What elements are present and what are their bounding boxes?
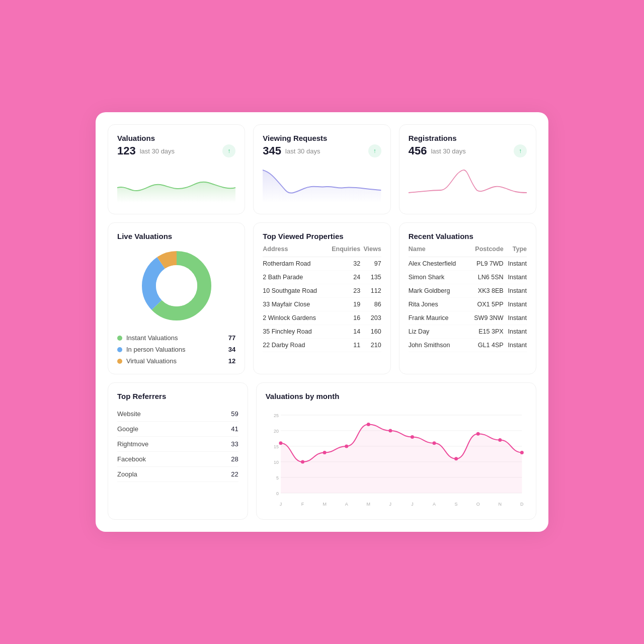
registrations-chart (409, 163, 527, 203)
svg-text:J: J (279, 502, 281, 507)
svg-text:M: M (323, 502, 326, 507)
monthly-chart: 0510152025JFMAMJJASOND (266, 408, 527, 508)
viewing-label: last 30 days (285, 147, 320, 155)
stats-row: Valuations 123 last 30 days ↑ Viewing Re… (108, 124, 536, 214)
valuations-value: 123 (117, 144, 136, 157)
svg-point-29 (301, 460, 304, 464)
inperson-count: 34 (228, 346, 235, 353)
table-row: 2 Winlock Gardens16203 (263, 311, 381, 325)
monthly-title: Valuations by month (266, 392, 527, 400)
legend-instant: Instant Valuations 77 (117, 334, 235, 342)
svg-text:D: D (520, 502, 524, 507)
list-item: Zoopla22 (117, 467, 238, 482)
list-item: Rightmove33 (117, 437, 238, 452)
list-item: Website59 (117, 407, 238, 422)
svg-text:0: 0 (276, 491, 279, 496)
table-row: Liz DayE15 3PXInstant (409, 325, 527, 339)
recent-valuations-title: Recent Valuations (409, 232, 527, 240)
instant-count: 77 (228, 334, 235, 342)
registrations-trend-icon: ↑ (514, 144, 527, 157)
referrer-count: 22 (231, 470, 238, 478)
monthly-chart-card: Valuations by month 0510152025JFMAMJJASO… (256, 382, 536, 520)
registrations-card: Registrations 456 last 30 days ↑ (399, 124, 536, 214)
viewing-card: Viewing Requests 345 last 30 days ↑ (253, 124, 390, 214)
referrers-list: Website59Google41Rightmove33Facebook28Zo… (117, 407, 238, 482)
recent-valuations-table: Name Postcode Type Alex ChesterfieldPL9 … (409, 246, 527, 352)
col-postcode: Postcode (467, 246, 503, 257)
svg-text:5: 5 (276, 475, 279, 480)
mid-row: Live Valuations Instant Valuations (108, 222, 536, 374)
referrer-label: Zoopla (117, 470, 137, 478)
svg-text:10: 10 (274, 460, 279, 465)
virtual-label: Virtual Valuations (126, 357, 177, 365)
table-row: 2 Bath Parade24135 (263, 271, 381, 284)
svg-point-30 (323, 451, 326, 454)
svg-point-38 (498, 438, 502, 442)
dashboard: Valuations 123 last 30 days ↑ Viewing Re… (96, 112, 548, 532)
table-row: Mark GoldbergXK3 8EBInstant (409, 284, 527, 298)
svg-text:O: O (476, 502, 479, 507)
referrer-label: Facebook (117, 455, 146, 463)
top-viewed-card: Top Viewed Properties Address Enquiries … (253, 222, 390, 374)
valuations-trend-icon: ↑ (222, 144, 235, 157)
top-viewed-title: Top Viewed Properties (263, 232, 381, 240)
table-row: Frank MauriceSW9 3NWInstant (409, 311, 527, 325)
legend-virtual: Virtual Valuations 12 (117, 357, 235, 365)
top-referrers-card: Top Referrers Website59Google41Rightmove… (108, 382, 248, 520)
valuations-stat: 123 last 30 days ↑ (117, 144, 235, 157)
registrations-label: last 30 days (431, 147, 465, 155)
svg-point-31 (345, 445, 348, 448)
table-row: John SmithsonGL1 4SPInstant (409, 339, 527, 352)
table-row: 33 Mayfair Close1986 (263, 298, 381, 311)
svg-point-39 (520, 451, 524, 454)
instant-dot (117, 336, 122, 341)
svg-text:F: F (301, 502, 304, 507)
table-row: 10 Southgate Road23112 (263, 284, 381, 298)
viewing-chart (263, 163, 381, 203)
viewing-value: 345 (263, 144, 281, 157)
referrer-count: 33 (231, 440, 238, 448)
svg-point-32 (366, 423, 370, 426)
svg-text:M: M (366, 502, 370, 507)
bottom-row: Top Referrers Website59Google41Rightmove… (108, 382, 536, 520)
referrer-count: 59 (231, 410, 238, 418)
col-enquiries: Enquiries (327, 246, 360, 257)
donut-chart (117, 246, 235, 326)
svg-text:20: 20 (274, 429, 279, 434)
svg-point-28 (279, 441, 282, 445)
referrer-count: 41 (231, 425, 238, 433)
table-row: 22 Darby Road11210 (263, 339, 381, 352)
svg-point-36 (454, 457, 458, 460)
valuations-chart (117, 163, 235, 203)
instant-label: Instant Valuations (126, 334, 178, 342)
viewing-title: Viewing Requests (263, 134, 381, 142)
table-row: Rotherdam Road3297 (263, 257, 381, 271)
virtual-count: 12 (228, 357, 235, 365)
recent-valuations-table-wrap: Name Postcode Type Alex ChesterfieldPL9 … (409, 246, 527, 352)
svg-text:J: J (411, 502, 413, 507)
list-item: Google41 (117, 422, 238, 437)
donut-legend: Instant Valuations 77 In person Valuatio… (117, 334, 235, 365)
svg-point-37 (476, 432, 479, 436)
svg-point-33 (388, 429, 392, 433)
top-viewed-table-wrap: Address Enquiries Views Rotherdam Road32… (263, 246, 381, 352)
table-row: Rita JonesOX1 5PPInstant (409, 298, 527, 311)
col-views: Views (360, 246, 381, 257)
svg-text:N: N (498, 502, 501, 507)
inperson-dot (117, 347, 122, 352)
live-valuations-title: Live Valuations (117, 232, 235, 240)
svg-text:J: J (389, 502, 391, 507)
top-referrers-title: Top Referrers (117, 392, 238, 400)
top-viewed-table: Address Enquiries Views Rotherdam Road32… (263, 246, 381, 352)
col-name: Name (409, 246, 467, 257)
col-address: Address (263, 246, 327, 257)
table-row: Alex ChesterfieldPL9 7WDInstant (409, 257, 527, 271)
referrer-label: Google (117, 425, 138, 433)
valuations-card: Valuations 123 last 30 days ↑ (108, 124, 245, 214)
table-row: Simon SharkLN6 5SNInstant (409, 271, 527, 284)
table-row: 35 Finchley Road14160 (263, 325, 381, 339)
registrations-value: 456 (409, 144, 427, 157)
referrer-label: Website (117, 410, 141, 418)
col-type: Type (504, 246, 527, 257)
registrations-title: Registrations (409, 134, 527, 142)
